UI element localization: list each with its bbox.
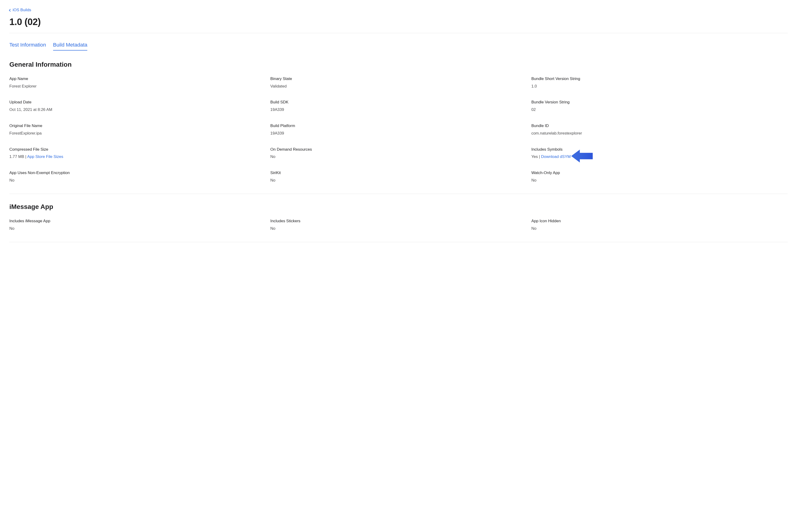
- field-label: On Demand Resources: [270, 147, 527, 152]
- field-label: Build Platform: [270, 123, 527, 129]
- field-value: ForestExplorer.ipa: [10, 131, 266, 136]
- field-binary-state: Binary State Validated: [270, 76, 527, 89]
- field-label: App Uses Non-Exempt Encryption: [10, 170, 266, 176]
- divider: [10, 194, 787, 194]
- field-label: Bundle ID: [531, 123, 787, 129]
- tab-label: Test Information: [10, 42, 46, 48]
- field-label: App Icon Hidden: [531, 218, 787, 224]
- field-value: Validated: [270, 83, 527, 89]
- field-value: 1.77 MB | App Store File Sizes: [10, 154, 266, 159]
- field-includes-imessage-app: Includes iMessage App No: [10, 218, 266, 231]
- field-value: No: [270, 154, 527, 159]
- download-dsym-link[interactable]: Download dSYM: [541, 154, 571, 159]
- field-value: No: [531, 226, 787, 231]
- field-label: Includes Stickers: [270, 218, 527, 224]
- field-value: No: [270, 177, 527, 183]
- general-grid: App Name Forest Explorer Binary State Va…: [10, 76, 787, 183]
- field-on-demand-resources: On Demand Resources No: [270, 147, 527, 160]
- field-label: Bundle Version String: [531, 99, 787, 105]
- field-label: Includes iMessage App: [10, 218, 266, 224]
- field-value: com.naturelab.forestexplorer: [531, 131, 787, 136]
- back-link-label: iOS Builds: [13, 7, 31, 13]
- field-build-platform: Build Platform 19A339: [270, 123, 527, 136]
- tabs: Test Information Build Metadata: [10, 33, 787, 51]
- field-value: 02: [531, 107, 787, 113]
- field-value: Oct 11, 2021 at 8:26 AM: [10, 107, 266, 113]
- field-bundle-short-version: Bundle Short Version String 1.0: [531, 76, 787, 89]
- field-label: Bundle Short Version String: [531, 76, 787, 82]
- field-value: No: [270, 226, 527, 231]
- tab-test-information[interactable]: Test Information: [10, 41, 46, 51]
- field-value: No: [10, 177, 266, 183]
- field-label: Build SDK: [270, 99, 527, 105]
- tab-build-metadata[interactable]: Build Metadata: [53, 41, 88, 51]
- field-label: Original File Name: [10, 123, 266, 129]
- field-build-sdk: Build SDK 19A339: [270, 99, 527, 113]
- field-value: No: [10, 226, 266, 231]
- field-bundle-version: Bundle Version String 02: [531, 99, 787, 113]
- field-app-name: App Name Forest Explorer: [10, 76, 266, 89]
- field-label: Includes Symbols: [531, 147, 787, 152]
- chevron-left-icon: [9, 9, 12, 12]
- field-upload-date: Upload Date Oct 11, 2021 at 8:26 AM: [10, 99, 266, 113]
- field-label: SiriKit: [270, 170, 527, 176]
- separator: |: [539, 154, 541, 159]
- field-watch-only: Watch-Only App No: [531, 170, 787, 183]
- field-value: Forest Explorer: [10, 83, 266, 89]
- field-value: Yes | Download dSYM: [531, 154, 787, 159]
- field-original-file-name: Original File Name ForestExplorer.ipa: [10, 123, 266, 136]
- field-label: Watch-Only App: [531, 170, 787, 176]
- field-value: No: [531, 177, 787, 183]
- field-label: Compressed File Size: [10, 147, 266, 152]
- field-sirikit: SiriKit No: [270, 170, 527, 183]
- field-encryption: App Uses Non-Exempt Encryption No: [10, 170, 266, 183]
- field-label: Upload Date: [10, 99, 266, 105]
- field-value: 19A339: [270, 131, 527, 136]
- field-includes-symbols: Includes Symbols Yes | Download dSYM: [531, 147, 787, 160]
- field-bundle-id: Bundle ID com.naturelab.forestexplorer: [531, 123, 787, 136]
- app-store-file-sizes-link[interactable]: App Store File Sizes: [27, 154, 63, 159]
- section-general-title: General Information: [10, 60, 787, 69]
- page-title: 1.0 (02): [10, 15, 787, 28]
- field-value: 1.0: [531, 83, 787, 89]
- section-imessage-title: iMessage App: [10, 202, 787, 211]
- includes-symbols-value: Yes: [531, 154, 538, 159]
- field-label: App Name: [10, 76, 266, 82]
- tab-label: Build Metadata: [53, 42, 88, 48]
- imessage-grid: Includes iMessage App No Includes Sticke…: [10, 218, 787, 231]
- field-compressed-file-size: Compressed File Size 1.77 MB | App Store…: [10, 147, 266, 160]
- field-includes-stickers: Includes Stickers No: [270, 218, 527, 231]
- field-app-icon-hidden: App Icon Hidden No: [531, 218, 787, 231]
- compressed-size-value: 1.77 MB: [10, 154, 24, 159]
- field-value: 19A339: [270, 107, 527, 113]
- divider: [10, 242, 787, 242]
- field-label: Binary State: [270, 76, 527, 82]
- back-link[interactable]: iOS Builds: [10, 7, 31, 13]
